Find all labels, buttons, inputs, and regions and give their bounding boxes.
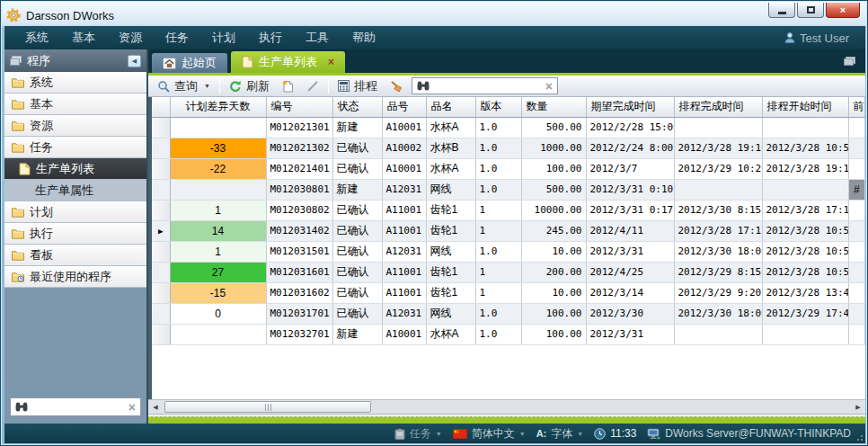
cell-diff[interactable]: 27 [170, 262, 266, 282]
refresh-button[interactable]: 刷新 [226, 77, 273, 95]
table-row[interactable]: 0M012031701已确认A12031网线1.0100.002012/3/30… [152, 303, 865, 324]
cell-diff[interactable]: -15 [170, 282, 266, 303]
cell-status[interactable]: 已确认 [332, 220, 382, 241]
resize-grip[interactable] [855, 433, 863, 441]
cell-version[interactable]: 1.0 [475, 324, 521, 344]
grid-search-input[interactable] [433, 80, 542, 93]
column-header-sched_end[interactable]: 排程完成时间 [674, 97, 762, 117]
sidebar-search-input[interactable] [31, 401, 125, 414]
cell-diff[interactable]: -22 [170, 158, 266, 179]
cell-sched_start[interactable]: 2012/3/28 19:10 [762, 158, 848, 179]
new-button[interactable] [279, 79, 297, 94]
cell-version[interactable]: 1 [475, 262, 521, 282]
cell-item_no[interactable]: A10002 [382, 138, 426, 158]
scroll-right-icon[interactable]: ▶ [851, 400, 865, 414]
sidebar-item[interactable]: 生产单属性 [4, 180, 146, 201]
cell-sched_start[interactable]: 2012/3/28 10:52 [762, 220, 848, 241]
sidebar-item[interactable]: 任务 [4, 137, 146, 158]
sidebar-item[interactable]: 资源 [4, 115, 146, 137]
cell-item_no[interactable]: A10001 [382, 324, 426, 344]
cell-diff[interactable]: 0 [170, 303, 266, 324]
cell-last[interactable] [848, 324, 865, 344]
status-font-menu[interactable]: A: 字体 ▼ [536, 426, 584, 442]
status-task-menu[interactable]: 任务 ▼ [394, 426, 442, 442]
cell-last[interactable] [848, 282, 865, 303]
cell-qty[interactable]: 200.00 [521, 262, 586, 282]
sidebar-item[interactable]: 看板 [4, 245, 146, 266]
table-row[interactable]: 27M012031601已确认A11001齿轮11200.002012/4/25… [152, 262, 865, 282]
cell-sched_end[interactable]: 2012/3/30 18:00 [674, 241, 762, 262]
cell-item_name[interactable]: 水杯B [426, 138, 475, 158]
menu-item[interactable]: 资源 [107, 26, 154, 49]
tab-close-icon[interactable]: × [328, 56, 334, 68]
cell-last[interactable] [848, 241, 865, 262]
cell-expect[interactable]: 2012/3/31 [586, 241, 674, 262]
cell-expect[interactable]: 2012/3/30 [586, 303, 674, 324]
sidebar-item[interactable]: 基本 [4, 94, 146, 115]
query-dropdown-icon[interactable]: ▼ [204, 83, 210, 89]
row-header-cell[interactable] [152, 158, 170, 179]
cell-sched_end[interactable]: 2012/3/28 17:13 [674, 220, 762, 241]
menu-item[interactable]: 帮助 [341, 26, 387, 49]
cell-sched_end[interactable]: 2012/3/28 19:10 [674, 138, 762, 158]
grid-search-clear-icon[interactable]: × [545, 80, 553, 93]
column-header-sched_start[interactable]: 排程开始时间 [762, 97, 848, 117]
table-row[interactable]: M012021301新建A10001水杯A1.0500.002012/2/28 … [152, 117, 865, 138]
cell-last[interactable] [848, 200, 865, 220]
cell-status[interactable]: 新建 [332, 117, 382, 138]
row-header-cell[interactable] [152, 324, 170, 344]
cell-sched_start[interactable]: 2012/3/28 10:52 [762, 138, 848, 158]
cell-diff[interactable]: 1 [170, 200, 266, 220]
cell-sched_start[interactable]: 2012/3/28 10:52 [762, 241, 848, 262]
minimize-button[interactable] [768, 3, 795, 18]
status-language-menu[interactable]: 简体中文 ▼ [453, 426, 526, 442]
cell-qty[interactable]: 100.00 [521, 303, 586, 324]
column-header-expect[interactable]: 期望完成时间 [586, 97, 674, 117]
column-header-version[interactable]: 版本 [475, 97, 521, 117]
cell-sched_start[interactable]: 2012/3/28 13:40 [762, 282, 848, 303]
cell-no[interactable]: M012030802 [266, 200, 332, 220]
row-header-cell[interactable] [152, 200, 170, 220]
cell-item_no[interactable]: A11001 [382, 282, 426, 303]
cell-status[interactable]: 已确认 [332, 138, 382, 158]
menu-item[interactable]: 任务 [154, 26, 200, 49]
cell-no[interactable]: M012031402 [266, 220, 332, 241]
table-row[interactable]: 1M012030802已确认A11001齿轮1110000.002012/3/3… [152, 200, 865, 220]
table-row[interactable]: -22M012021401已确认A10001水杯A1.0100.002012/3… [152, 158, 865, 179]
cell-status[interactable]: 已确认 [332, 282, 382, 303]
cell-expect[interactable]: 2012/2/28 15:00 [586, 117, 674, 138]
sidebar-item[interactable]: 生产单列表 [4, 158, 146, 180]
cell-no[interactable]: M012031501 [266, 241, 332, 262]
cell-status[interactable]: 已确认 [332, 303, 382, 324]
cell-expect[interactable]: 2012/3/31 0:10 [586, 179, 674, 200]
row-header-cell[interactable] [152, 303, 170, 324]
close-button[interactable]: × [826, 3, 860, 18]
cell-no[interactable]: M012030801 [266, 179, 332, 200]
cell-no[interactable]: M012031701 [266, 303, 332, 324]
row-header-cell[interactable] [152, 241, 170, 262]
cell-no[interactable]: M012021401 [266, 158, 332, 179]
cell-version[interactable]: 1.0 [475, 138, 521, 158]
cell-item_name[interactable]: 水杯A [426, 324, 475, 344]
cell-item_no[interactable]: A11001 [382, 262, 426, 282]
cell-qty[interactable]: 100.00 [521, 158, 586, 179]
cell-sched_start[interactable] [762, 324, 848, 344]
table-row[interactable]: M012032701新建A10001水杯A1.0100.002012/3/31 [152, 324, 865, 344]
cell-last[interactable] [848, 158, 865, 179]
cell-sched_end[interactable] [674, 324, 762, 344]
user-indicator[interactable]: Test User [784, 31, 856, 45]
table-row[interactable]: -33M012021302已确认A10002水杯B1.01000.002012/… [152, 138, 865, 158]
row-selector-marker[interactable]: ▶ [152, 220, 170, 241]
menu-item[interactable]: 工具 [294, 26, 341, 49]
cell-item_name[interactable]: 水杯A [426, 117, 475, 138]
cell-version[interactable]: 1 [475, 200, 521, 220]
cell-no[interactable]: M012031602 [266, 282, 332, 303]
cell-sched_start[interactable] [762, 117, 848, 138]
cell-qty[interactable]: 500.00 [521, 117, 586, 138]
column-header-qty[interactable]: 数量 [521, 97, 586, 117]
scroll-left-icon[interactable]: ◀ [148, 400, 163, 414]
sidebar-item[interactable]: 最近使用的程序 [4, 266, 146, 288]
cell-diff[interactable]: -33 [170, 138, 266, 158]
cell-version[interactable]: 1.0 [475, 179, 521, 200]
cell-last[interactable] [848, 117, 865, 138]
